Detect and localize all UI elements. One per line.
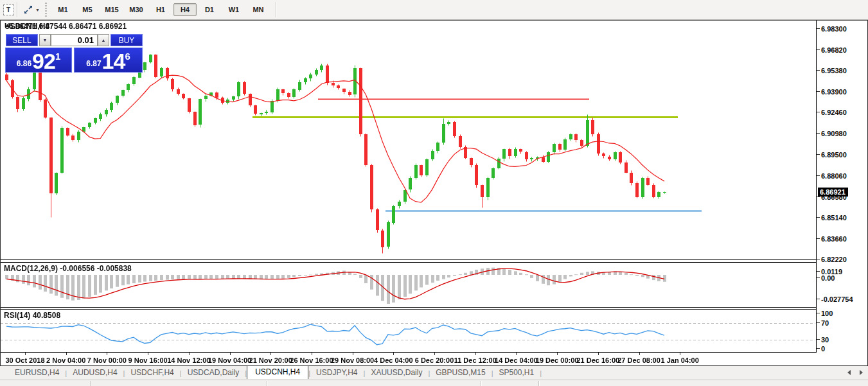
rsi-panel-bottom-border	[1, 352, 817, 353]
timeframe-button-h4[interactable]: H4	[173, 3, 197, 16]
date-axis-tick	[475, 353, 476, 355]
date-axis-tick	[557, 353, 558, 355]
chart-tab-usdcad[interactable]: USDCAD,Daily	[182, 367, 245, 379]
date-axis-label: 1 Jan 04:00	[661, 356, 699, 364]
date-axis-tick	[270, 353, 271, 355]
date-axis-label: 9 Nov 16:00	[128, 356, 168, 364]
chart-tab-audusd[interactable]: AUDUSD,H4	[67, 367, 123, 379]
price-axis-label: 6.92460	[821, 109, 847, 116]
price-axis-label: 6.85140	[821, 214, 847, 222]
chart-tab-gbpusd[interactable]: GBPUSD,M15	[430, 367, 491, 379]
price-axis-label: 6.83660	[821, 235, 847, 243]
toolbar-separator	[276, 2, 276, 17]
buy-price-pips: 14	[102, 51, 125, 71]
sell-price-base: 6.86	[17, 59, 31, 68]
chart-tab-eurusd[interactable]: EURUSD,H4	[9, 367, 65, 379]
toolbar-grip[interactable]	[45, 3, 47, 17]
tab-scroll-arrows	[847, 370, 863, 375]
rsi-axis-label: 100	[821, 310, 833, 317]
sell-price-pips: 92	[32, 51, 55, 71]
price-axis-label: 6.88060	[821, 172, 847, 180]
rsi-axis-label: 70	[821, 319, 829, 327]
date-axis-label: 21 Dec 16:00	[576, 356, 619, 364]
date-axis-tick	[434, 353, 435, 355]
status-divider	[481, 381, 481, 386]
indicators-arrows-icon[interactable]	[22, 4, 34, 15]
date-axis-label: 2 Nov 04:00	[46, 356, 85, 364]
date-axis-label: 30 Oct 2018	[5, 356, 44, 364]
macd-panel-bottom-border[interactable]	[1, 307, 816, 308]
volume-decrease-button[interactable]: ▼	[39, 34, 51, 46]
chart-tab-usdchf[interactable]: USDCHF,H4	[125, 367, 179, 379]
tab-scroll-right-icon[interactable]	[860, 370, 863, 375]
date-axis-label: 27 Dec 08:00	[617, 356, 660, 364]
sell-price-panel[interactable]: 6.86 92 1	[5, 48, 72, 73]
chart-ohlc-values: 6.86471 6.87544 6.86471 6.86921	[9, 22, 127, 31]
timeframe-button-w1[interactable]: W1	[222, 3, 245, 16]
timeframe-button-d1[interactable]: D1	[198, 3, 221, 16]
chart-tab-xauusd[interactable]: XAUUSD,Daily	[365, 367, 428, 379]
date-axis-tick	[516, 353, 517, 355]
main-panel-bottom-border[interactable]	[1, 259, 816, 260]
date-axis-tick	[66, 353, 67, 355]
current-price-label: 6.86921	[818, 188, 848, 197]
tab-scroll-left-icon[interactable]	[847, 370, 851, 375]
status-bar	[0, 380, 868, 386]
date-axis-label: 19 Dec 00:00	[536, 356, 579, 364]
date-axis-tick	[25, 353, 26, 355]
rsi-axis-label: 30	[821, 336, 829, 344]
chart-window: ▲USDCNH,H4 6.86471 6.87544 6.86471 6.869…	[0, 20, 868, 366]
rsi-axis-label: 0	[821, 345, 825, 353]
rsi-indicator-canvas[interactable]	[1, 310, 816, 351]
price-axis-label: 6.98300	[821, 25, 847, 33]
date-axis-tick	[353, 353, 353, 355]
sell-button[interactable]: SELL	[6, 34, 38, 46]
timeframe-button-mn[interactable]: MN	[247, 3, 270, 16]
chart-tab-usdcnh[interactable]: USDCNH,H4	[247, 365, 308, 379]
date-axis-label: 6 Dec 20:00	[415, 356, 454, 364]
toolbar: T ▼ M1M5M15M30H1H4D1W1MN	[0, 0, 868, 20]
timeframe-button-m15[interactable]: M15	[100, 3, 123, 16]
date-axis-tick	[680, 353, 680, 355]
macd-label: MACD(12,26,9) -0.006556 -0.005838	[4, 264, 132, 273]
date-axis-tick	[189, 353, 190, 355]
price-axis-label: 6.95380	[821, 67, 847, 75]
chart-tab-sp500[interactable]: SP500,H1	[493, 367, 540, 379]
date-axis-label: 14 Nov 12:00	[167, 356, 210, 364]
macd-axis-label: 0.00	[821, 274, 835, 282]
date-axis-label: 19 Nov 04:00	[208, 356, 251, 364]
date-axis-tick	[639, 353, 640, 355]
date-axis-tick	[393, 353, 394, 355]
status-divider	[538, 381, 539, 386]
date-axis-label: 4 Dec 04:00	[374, 356, 413, 364]
timeframe-button-m30[interactable]: M30	[125, 3, 148, 16]
date-axis-tick	[107, 353, 107, 355]
rsi-label: RSI(14) 40.8508	[4, 311, 60, 320]
price-axis-label: 6.93900	[821, 88, 847, 96]
buy-price-panel[interactable]: 6.87 14 6	[74, 48, 143, 73]
buy-price-base: 6.87	[86, 59, 101, 68]
status-divider	[90, 381, 91, 386]
date-axis-tick	[230, 353, 231, 355]
rsi-panel-top-border	[1, 309, 816, 310]
date-axis-label: 11 Dec 12:00	[454, 356, 497, 364]
timeframe-button-m1[interactable]: M1	[51, 3, 75, 16]
chart-tab-usdjpy[interactable]: USDJPY,H4	[310, 367, 363, 379]
price-axis-label: 6.89500	[821, 151, 847, 159]
macd-panel-top-border	[1, 262, 816, 263]
date-axis-label: 7 Nov 00:00	[87, 356, 127, 364]
chevron-down-icon[interactable]: ▼	[35, 8, 40, 12]
timeframe-button-m5[interactable]: M5	[76, 3, 99, 16]
price-axis-label: 6.96820	[821, 46, 847, 54]
sell-price-point: 1	[55, 51, 60, 62]
toolbar-separator	[17, 2, 17, 17]
text-label-tool-icon[interactable]: T	[3, 4, 14, 15]
volume-increase-button[interactable]: ▲	[98, 34, 109, 46]
date-axis-tick	[312, 353, 312, 355]
buy-button[interactable]: BUY	[111, 34, 143, 46]
volume-input[interactable]: 0.01	[51, 34, 98, 46]
timeframe-button-h1[interactable]: H1	[149, 3, 172, 16]
buy-price-point: 6	[125, 51, 130, 62]
date-axis-tick	[598, 353, 599, 355]
date-axis-label: 26 Nov 16:00	[290, 356, 333, 364]
